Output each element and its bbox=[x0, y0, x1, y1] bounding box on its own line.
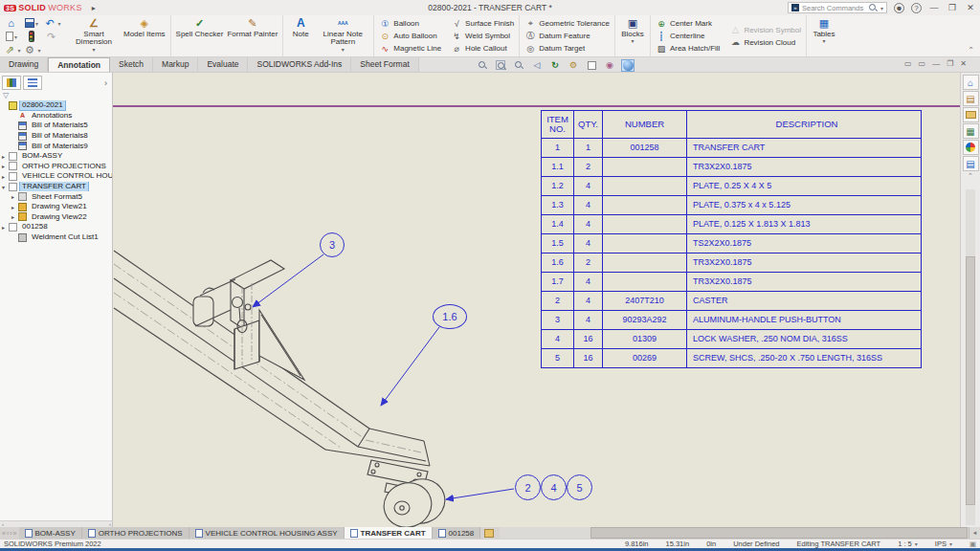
tree-item-ortho-projections[interactable]: ▸ ORTHO PROJECTIONS bbox=[0, 162, 112, 172]
vertical-scrollbar[interactable] bbox=[966, 189, 975, 525]
previous-view-icon[interactable] bbox=[530, 59, 544, 72]
bom-row[interactable]: 1.6 2 TR3X2X0.1875 bbox=[542, 253, 921, 272]
doc-window-button[interactable]: ✕ bbox=[960, 59, 967, 68]
bom-row[interactable]: 1.7 4 TR3X2X0.1875 bbox=[542, 272, 921, 291]
add-sheet-button[interactable] bbox=[484, 529, 494, 538]
tree-item-weldment-cut-list1[interactable]: Weldment Cut List1 bbox=[0, 232, 112, 243]
tree-item-bom-assy[interactable]: ▸ BOM-ASSY bbox=[0, 151, 112, 162]
zoom-to-area-icon[interactable] bbox=[494, 59, 507, 72]
expand-arrow-icon[interactable]: ▸ bbox=[2, 163, 9, 169]
balloon-2[interactable]: 2 bbox=[515, 474, 541, 500]
zoom-to-fit-icon[interactable] bbox=[476, 59, 489, 72]
tree-item-bill-of-materials5[interactable]: Bill of Materials5 bbox=[0, 121, 112, 131]
sheet-tab-transfer-cart[interactable]: TRANSFER CART bbox=[345, 527, 433, 539]
user-account-icon[interactable]: ☻ bbox=[894, 3, 904, 13]
hole-callout-button[interactable]: Hole Callout bbox=[449, 42, 509, 55]
solidworks-resources-icon[interactable] bbox=[963, 75, 979, 90]
smart-dimension-button[interactable]: Smart Dimension▾ bbox=[66, 16, 122, 56]
tree-item-bill-of-materials9[interactable]: Bill of Materials9 bbox=[0, 141, 112, 151]
tab-annotation[interactable]: Annotation bbox=[48, 57, 110, 72]
tab-markup[interactable]: Markup bbox=[153, 57, 198, 72]
sheet-nav-button[interactable]: « bbox=[2, 530, 6, 537]
expand-arrow-icon[interactable]: ▸ bbox=[2, 173, 9, 180]
tree-item-02800-2021[interactable]: 02800-2021 bbox=[0, 100, 112, 111]
sheet-tab-001258[interactable]: 001258 bbox=[433, 527, 481, 539]
revision-symbol-button[interactable]: Revision Symbol bbox=[727, 24, 803, 36]
3d-drawing-view-icon[interactable] bbox=[621, 59, 635, 72]
hide-show-items-icon[interactable] bbox=[603, 59, 616, 72]
undo-button[interactable]: ▾ bbox=[42, 16, 61, 31]
tree-item-sheet-format5[interactable]: ▸ Sheet Format5 bbox=[0, 191, 112, 202]
datum-feature-button[interactable]: Datum Feature bbox=[523, 30, 591, 42]
appearances-icon[interactable] bbox=[963, 140, 979, 155]
panel-scrollbar[interactable]: ‹› bbox=[0, 520, 113, 527]
panel-collapse-arrow[interactable]: › bbox=[104, 78, 110, 88]
sheet-tab-vehicle-control-housing-assy[interactable]: VEHICLE CONTROL HOUSING ASSY bbox=[189, 527, 345, 539]
auto-balloon-button[interactable]: Auto Balloon bbox=[377, 30, 438, 42]
balloon-1-6[interactable]: 1.6 bbox=[433, 304, 467, 329]
menu-flyout-arrow[interactable]: ▸ bbox=[92, 4, 96, 12]
search-icon[interactable] bbox=[868, 3, 878, 12]
magnetic-line-button[interactable]: Magnetic Line bbox=[377, 42, 443, 55]
units-caret-icon[interactable]: ▾ bbox=[949, 540, 952, 547]
feature-tree-tab[interactable] bbox=[2, 76, 21, 90]
geometric-tolerance-button[interactable]: Geometric Tolerance bbox=[523, 17, 612, 30]
expand-arrow-icon[interactable]: ▸ bbox=[11, 204, 18, 210]
weld-symbol-button[interactable]: Weld Symbol bbox=[449, 30, 512, 42]
expand-arrow-icon[interactable]: ▸ bbox=[11, 213, 18, 220]
balloon-4[interactable]: 4 bbox=[541, 474, 567, 500]
taskpane-collapse-icon[interactable]: ⌃ bbox=[968, 172, 973, 180]
export-button[interactable]: ▾ bbox=[2, 43, 21, 57]
close-button[interactable]: ✕ bbox=[965, 3, 976, 12]
tree-item-drawing-view21[interactable]: ▸ Drawing View21 bbox=[0, 202, 112, 212]
zoom-in-out-icon[interactable] bbox=[512, 59, 525, 72]
bom-table[interactable]: ITEM NO. QTY. NUMBER DESCRIPTION 1 1 001… bbox=[541, 110, 922, 368]
home-button[interactable] bbox=[2, 16, 21, 31]
bom-row[interactable]: 1.4 4 PLATE, 0.125 X 1.813 X 1.813 bbox=[542, 214, 921, 233]
tab-drawing[interactable]: Drawing bbox=[0, 57, 48, 72]
tree-filter-icon[interactable]: ▽ bbox=[0, 91, 112, 100]
tab-solidworks-add-ins[interactable]: SOLIDWORKS Add-Ins bbox=[248, 57, 351, 72]
expand-arrow-icon[interactable]: ▸ bbox=[2, 224, 9, 231]
drawing-canvas[interactable]: ITEM NO. QTY. NUMBER DESCRIPTION 1 1 001… bbox=[113, 73, 960, 527]
doc-window-button[interactable]: ❐ bbox=[947, 59, 953, 68]
expand-arrow-icon[interactable]: ▾ bbox=[2, 184, 9, 190]
tree-item-vehicle-control-housing-assy[interactable]: ▸ VEHICLE CONTROL HOUSING ASSY bbox=[0, 171, 112, 182]
expand-arrow-icon[interactable]: ▸ bbox=[2, 153, 9, 160]
note-button[interactable]: Note bbox=[286, 16, 315, 56]
tab-evaluate[interactable]: Evaluate bbox=[198, 57, 248, 72]
status-options-icon[interactable]: ▣ bbox=[969, 540, 976, 548]
new-document-button[interactable]: ▾ bbox=[2, 32, 21, 41]
tree-item-transfer-cart[interactable]: ▾ TRANSFER CART bbox=[0, 182, 112, 192]
bom-row[interactable]: 1.3 4 PLATE, 0.375 x 4 x 5.125 bbox=[542, 195, 921, 214]
spell-checker-button[interactable]: Spell Checker bbox=[174, 16, 226, 56]
bom-row[interactable]: 2 4 2407T210 CASTER bbox=[542, 291, 921, 310]
revision-cloud-button[interactable]: Revision Cloud bbox=[727, 36, 797, 49]
sheet-tab-ortho-projections[interactable]: ORTHO PROJECTIONS bbox=[82, 527, 189, 539]
linear-note-pattern-button[interactable]: Linear Note Pattern▾ bbox=[315, 16, 370, 56]
tree-item-bill-of-materials8[interactable]: Bill of Materials8 bbox=[0, 131, 112, 142]
balloon-5[interactable]: 5 bbox=[567, 474, 592, 500]
restore-button[interactable]: ❐ bbox=[947, 3, 958, 12]
bom-row[interactable]: 1.1 2 TR3X2X0.1875 bbox=[542, 157, 921, 176]
custom-properties-icon[interactable] bbox=[963, 156, 979, 171]
horizontal-scroll-thumb[interactable] bbox=[590, 527, 968, 539]
balloon-3[interactable]: 3 bbox=[320, 232, 345, 257]
bom-row[interactable]: 3 4 90293A292 ALUMINUM-HANDLE PUSH-BUTTO… bbox=[542, 310, 921, 329]
sheet-tab-bom-assy[interactable]: BOM-ASSY bbox=[19, 527, 82, 539]
sheet-nav-button[interactable]: ‹ bbox=[7, 530, 9, 537]
file-explorer-icon[interactable] bbox=[963, 107, 979, 122]
tab-sketch[interactable]: Sketch bbox=[110, 57, 153, 72]
sheet-nav-button[interactable]: › bbox=[10, 530, 11, 537]
bom-row[interactable]: 5 16 00269 SCREW, SHCS, .250-20 X .750 L… bbox=[542, 348, 921, 367]
expand-arrow-icon[interactable]: ▸ bbox=[11, 193, 18, 200]
design-library-icon[interactable] bbox=[963, 91, 979, 106]
display-pane-tab[interactable] bbox=[23, 76, 42, 90]
rebuild-button[interactable] bbox=[21, 31, 42, 42]
sheet-nav-button[interactable]: » bbox=[13, 530, 17, 537]
bom-row[interactable]: 1 1 001258 TRANSFER CART bbox=[542, 138, 921, 157]
view-palette-icon[interactable] bbox=[963, 123, 979, 139]
redraw-icon[interactable] bbox=[548, 59, 562, 72]
tab-sheet-format[interactable]: Sheet Format bbox=[351, 57, 419, 72]
vertical-scroll-thumb[interactable] bbox=[966, 256, 975, 505]
